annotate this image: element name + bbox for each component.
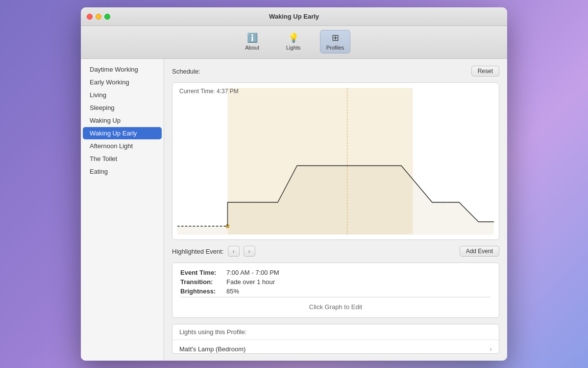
detail-divider: [180, 297, 491, 297]
schedule-label: Schedule:: [172, 68, 200, 75]
event-controls: Highlighted Event: ‹ ›: [172, 246, 255, 257]
add-event-button[interactable]: Add Event: [460, 246, 499, 257]
lights-section-header: Lights using this Profile:: [172, 324, 499, 340]
window-title: Waking Up Early: [269, 13, 319, 20]
tab-lights-label: Lights: [286, 45, 300, 51]
reset-button[interactable]: Reset: [471, 66, 499, 77]
event-time-row: Event Time: 7:00 AM - 7:00 PM: [180, 269, 491, 276]
chevron-right-icon: ›: [490, 345, 492, 353]
main-content: Schedule: Reset Current Time: 4:37 PM: [164, 59, 507, 361]
brightness-value: 85%: [226, 288, 239, 295]
chart-container[interactable]: Current Time: 4:37 PM: [172, 82, 499, 240]
next-event-button[interactable]: ›: [244, 246, 255, 257]
lamp-row[interactable]: Matt's Lamp (Bedroom) ›: [172, 340, 499, 354]
sidebar-item-daytime-working[interactable]: Daytime Working: [83, 63, 162, 76]
sidebar-item-waking-up-early[interactable]: Waking Up Early: [83, 127, 162, 139]
sidebar-item-the-toilet[interactable]: The Toilet: [83, 153, 162, 165]
lights-icon: 💡: [288, 32, 299, 43]
content-area: Daytime Working Early Working Living Sle…: [81, 59, 507, 361]
brightness-row: Brightness: 85%: [180, 288, 491, 295]
svg-marker-4: [177, 166, 494, 235]
traffic-lights: [87, 14, 110, 20]
tab-profiles-label: Profiles: [326, 45, 344, 51]
titlebar: Waking Up Early: [81, 7, 507, 26]
click-graph-hint: Click Graph to Edit: [180, 299, 491, 312]
sidebar-item-afternoon-light[interactable]: Afternoon Light: [83, 140, 162, 152]
brightness-key: Brightness:: [180, 288, 224, 295]
minimize-button[interactable]: [96, 14, 101, 20]
transition-value: Fade over 1 hour: [226, 278, 275, 286]
event-details: Event Time: 7:00 AM - 7:00 PM Transition…: [172, 263, 499, 318]
sidebar-item-living[interactable]: Living: [83, 89, 162, 101]
close-button[interactable]: [87, 14, 93, 20]
maximize-button[interactable]: [104, 14, 110, 20]
sidebar-item-eating[interactable]: Eating: [83, 165, 162, 178]
current-time-label: Current Time: 4:37 PM: [179, 88, 239, 95]
tab-about[interactable]: ℹ️ About: [238, 30, 267, 53]
tab-profiles[interactable]: ⊞ Profiles: [320, 30, 351, 53]
sidebar-item-early-working[interactable]: Early Working: [83, 76, 162, 88]
event-time-value: 7:00 AM - 7:00 PM: [226, 269, 279, 276]
lamp-name: Matt's Lamp (Bedroom): [179, 345, 245, 353]
transition-row: Transition: Fade over 1 hour: [180, 278, 491, 286]
sidebar-item-sleeping[interactable]: Sleeping: [83, 102, 162, 114]
main-window: Waking Up Early ℹ️ About 💡 Lights ⊞ Prof…: [81, 7, 507, 361]
schedule-chart[interactable]: [177, 88, 494, 235]
highlighted-event-row: Highlighted Event: ‹ › Add Event: [172, 246, 499, 257]
sidebar-item-waking-up[interactable]: Waking Up: [83, 114, 162, 127]
profiles-icon: ⊞: [332, 32, 339, 43]
prev-event-button[interactable]: ‹: [228, 246, 240, 257]
transition-key: Transition:: [180, 278, 224, 286]
event-time-key: Event Time:: [180, 269, 224, 276]
sidebar: Daytime Working Early Working Living Sle…: [81, 59, 164, 361]
toolbar: ℹ️ About 💡 Lights ⊞ Profiles: [81, 26, 507, 59]
tab-about-label: About: [245, 45, 259, 51]
lights-section: Lights using this Profile: Matt's Lamp (…: [172, 324, 499, 354]
schedule-header: Schedule: Reset: [172, 66, 499, 77]
tab-lights[interactable]: 💡 Lights: [279, 30, 308, 53]
about-icon: ℹ️: [247, 32, 258, 43]
highlighted-event-label: Highlighted Event:: [172, 248, 224, 255]
